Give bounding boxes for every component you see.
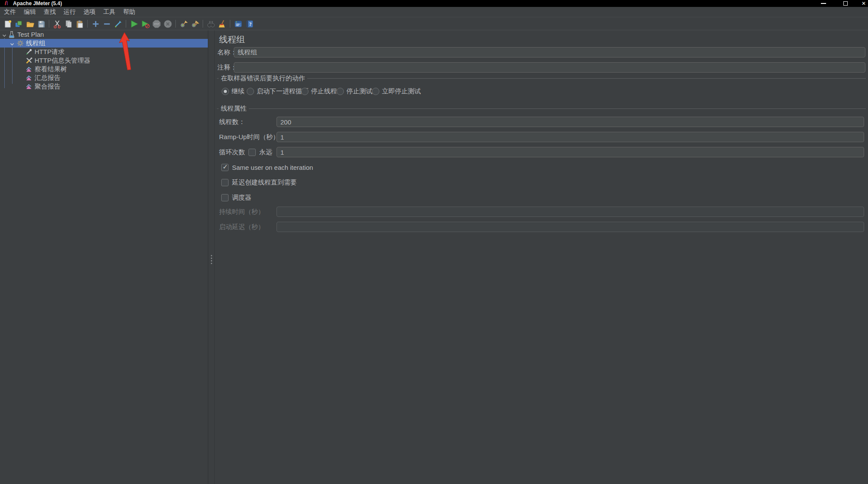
maximize-button[interactable] <box>840 0 851 7</box>
thread-properties-title: 线程属性 <box>219 105 249 113</box>
splitter-handle-icon[interactable] <box>211 255 212 264</box>
jmeter-window: Apache JMeter (5.4) ✕ 文件 编辑 查找 运行 选项 工具 … <box>0 0 868 484</box>
radio-button-icon[interactable] <box>247 88 254 95</box>
start-no-pauses-icon[interactable] <box>140 19 150 29</box>
menu-file[interactable]: 文件 <box>0 7 20 17</box>
chevron-down-icon[interactable] <box>10 41 15 46</box>
toolbar-divider <box>230 20 230 28</box>
scheduler-label: 调度器 <box>232 194 251 202</box>
loops-label: 循环次数 <box>219 146 245 158</box>
checkbox-icon[interactable] <box>221 194 229 201</box>
new-file-icon[interactable] <box>2 19 13 29</box>
toolbar-divider <box>126 20 126 28</box>
chart-icon <box>25 74 33 82</box>
menubar: 文件 编辑 查找 运行 选项 工具 帮助 <box>0 7 868 17</box>
copy-icon[interactable] <box>63 19 73 29</box>
start-icon[interactable] <box>129 19 139 29</box>
toolbar-divider <box>87 20 88 28</box>
menu-search[interactable]: 查找 <box>40 7 60 17</box>
radio-continue[interactable]: 继续 <box>222 87 245 96</box>
tree-item-test-plan[interactable]: Test Plan <box>0 30 208 39</box>
function-helper-icon[interactable] <box>233 19 243 29</box>
clear-icon[interactable] <box>178 19 189 29</box>
tree-item-summary-report[interactable]: 汇总报告 <box>0 73 208 82</box>
menu-help[interactable]: 帮助 <box>119 7 139 17</box>
chart-icon <box>25 83 33 90</box>
startup-delay-input <box>277 222 864 232</box>
search-reset-icon[interactable] <box>217 19 227 29</box>
tree-item-http-header-manager[interactable]: HTTP信息头管理器 <box>0 56 208 65</box>
error-action-options: 继续 启动下一进程循环 停止线程 停止测试 立即停止测试 <box>215 87 868 96</box>
threads-label: 线程数： <box>219 116 245 127</box>
same-user-checkbox-row[interactable]: ✓ Same user on each iteration <box>221 162 313 173</box>
open-file-icon[interactable] <box>25 19 35 29</box>
thread-group-panel: 线程组 名称： 注释： 在取样器错误后要执行的动作 继续 启动下一进程循环 停止… <box>215 30 868 484</box>
shutdown-icon <box>162 19 173 29</box>
cut-icon[interactable] <box>52 19 62 29</box>
duration-input <box>277 207 864 217</box>
tree-item-view-results-tree[interactable]: 察看结果树 <box>0 65 208 73</box>
error-action-group-title: 在取样器错误后要执行的动作 <box>219 74 307 83</box>
tree-item-thread-group[interactable]: 线程组 <box>0 39 208 48</box>
name-input[interactable] <box>234 47 865 57</box>
tree-item-http-request[interactable]: HTTP请求 <box>0 48 208 56</box>
forever-checkbox-row[interactable]: 永远 <box>248 146 272 158</box>
clear-all-icon[interactable] <box>190 19 200 29</box>
forever-label: 永远 <box>259 148 272 156</box>
page-title: 线程组 <box>219 34 245 45</box>
checkbox-icon[interactable] <box>248 149 256 156</box>
svg-text:?: ? <box>249 22 251 27</box>
minimize-button[interactable] <box>818 0 829 7</box>
duration-label: 持续时间（秒） <box>219 206 264 217</box>
eyedropper-icon <box>25 48 33 56</box>
templates-icon[interactable] <box>13 19 24 29</box>
chart-icon <box>25 65 33 73</box>
menu-tools[interactable]: 工具 <box>99 7 119 17</box>
menu-run[interactable]: 运行 <box>60 7 79 17</box>
radio-button-icon[interactable] <box>301 88 308 95</box>
toolbar-divider <box>175 20 176 28</box>
delay-create-label: 延迟创建线程直到需要 <box>232 178 297 187</box>
crossed-tools-icon <box>25 57 33 64</box>
checkmark-icon: ✓ <box>223 163 228 171</box>
loops-input[interactable] <box>277 147 864 157</box>
titlebar: Apache JMeter (5.4) ✕ <box>0 0 868 7</box>
search-icon[interactable] <box>206 19 216 29</box>
same-user-label: Same user on each iteration <box>232 164 313 171</box>
rampup-input[interactable] <box>277 132 864 142</box>
panel-splitter[interactable] <box>208 30 215 484</box>
radio-stop-test-now[interactable]: 立即停止测试 <box>372 87 421 96</box>
gear-icon <box>16 39 24 47</box>
radio-button-icon[interactable] <box>372 88 379 95</box>
menu-edit[interactable]: 编辑 <box>20 7 40 17</box>
delay-create-checkbox-row[interactable]: 延迟创建线程直到需要 <box>221 177 297 188</box>
comment-input[interactable] <box>234 62 865 73</box>
chevron-down-icon[interactable] <box>2 32 7 37</box>
stop-icon: STOP <box>151 19 162 29</box>
close-button[interactable]: ✕ <box>858 0 868 7</box>
scheduler-checkbox-row[interactable]: 调度器 <box>221 192 251 203</box>
svg-text:STOP: STOP <box>154 23 159 25</box>
test-plan-icon <box>8 31 16 38</box>
radio-stop-test[interactable]: 停止测试 <box>337 87 372 96</box>
expand-all-icon[interactable] <box>90 19 101 29</box>
window-title: Apache JMeter (5.4) <box>13 0 62 7</box>
jmeter-logo-icon <box>3 0 10 6</box>
radio-button-icon[interactable] <box>222 88 229 95</box>
toggle-icon[interactable] <box>113 19 123 29</box>
paste-icon[interactable] <box>74 19 85 29</box>
checkbox-checked-icon[interactable]: ✓ <box>221 164 229 171</box>
tree-item-aggregate-report[interactable]: 聚合报告 <box>0 82 208 91</box>
radio-start-next-loop[interactable]: 启动下一进程循环 <box>247 87 308 96</box>
save-icon[interactable] <box>36 19 46 29</box>
radio-stop-thread[interactable]: 停止线程 <box>301 87 337 96</box>
startup-delay-label: 启动延迟（秒） <box>219 221 264 232</box>
test-plan-tree: Test Plan 线程组 HTTP请求 HTTP信息头管理器 <box>0 30 208 484</box>
help-icon[interactable]: ? <box>244 19 254 29</box>
collapse-all-icon[interactable] <box>102 19 112 29</box>
checkbox-icon[interactable] <box>221 179 229 186</box>
threads-input[interactable] <box>277 117 864 127</box>
toolbar-divider <box>49 20 49 28</box>
radio-button-icon[interactable] <box>337 88 344 95</box>
menu-options[interactable]: 选项 <box>79 7 99 17</box>
